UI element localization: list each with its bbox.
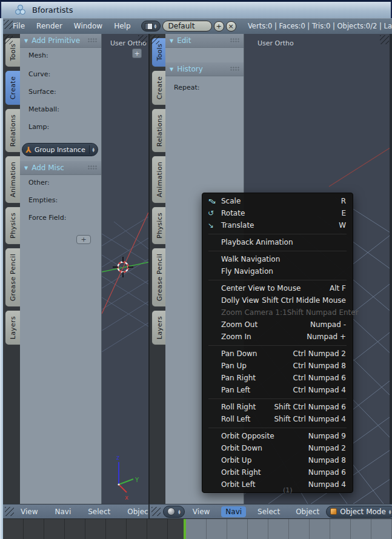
context-menu-item[interactable]: Pan Right Ctrl Numpad 6: [202, 372, 353, 384]
context-menu-item[interactable]: [208, 398, 347, 399]
context-menu-item[interactable]: Pan Up Ctrl Numpad 8: [202, 360, 353, 372]
context-menu-item[interactable]: ↺ Rotate E: [202, 207, 353, 219]
tab-physics[interactable]: Physics: [5, 207, 20, 245]
tab-physics[interactable]: Physics: [151, 207, 167, 245]
area-resize-corner[interactable]: [380, 35, 389, 44]
context-menu-item[interactable]: [208, 280, 347, 280]
tab-layers[interactable]: Layers: [151, 310, 167, 345]
area-resize-corner[interactable]: [5, 507, 14, 516]
area-resize-corner[interactable]: [151, 507, 161, 516]
scale-icon: ↖↘: [208, 197, 221, 205]
object-mode-dropdown[interactable]: Object Mode ▲▼: [326, 506, 392, 518]
context-menu-item[interactable]: Pan Left Ctrl Numpad 4: [202, 384, 353, 396]
group-instance-dropdown[interactable]: ⅄ Group Instance ▲▼: [22, 143, 98, 156]
menu-item-shortcut: Numpad 6: [308, 468, 346, 477]
menu-item[interactable]: Render: [35, 21, 64, 31]
tab-label: Grease Pencil: [156, 254, 164, 301]
menu-item[interactable]: File: [11, 21, 27, 31]
shelf-section: Metaball:: [20, 102, 101, 119]
tab-create[interactable]: Create: [5, 70, 20, 105]
properties-region-expand-button[interactable]: +: [132, 48, 142, 58]
panel-grip-icon[interactable]: [88, 38, 97, 43]
3d-viewport-left[interactable]: z Y x User Ortho +: [102, 34, 148, 504]
panel-collapse-icon[interactable]: ▼: [170, 38, 173, 44]
tab-layers[interactable]: Layers: [5, 310, 20, 345]
delete-layout-button[interactable]: ×: [226, 21, 236, 31]
context-menu-item[interactable]: Walk Navigation: [202, 253, 353, 265]
tab-relations[interactable]: Relations: [5, 108, 20, 153]
history-section: Repeat:: [165, 76, 244, 96]
panel-collapse-icon[interactable]: ▼: [170, 67, 173, 72]
area-resize-corner[interactable]: [150, 35, 159, 44]
context-menu-item[interactable]: Zoom In Numpad +: [202, 331, 353, 343]
context-menu-item[interactable]: Orbit Opposite Numpad 9: [202, 430, 353, 442]
header-menu[interactable]: Navi: [50, 506, 75, 517]
header-menu[interactable]: View: [16, 506, 42, 517]
header-menu[interactable]: Object: [123, 506, 148, 517]
panel-header-add-primitive[interactable]: ▼ Add Primitive: [20, 34, 101, 48]
tab-animation[interactable]: Animation: [151, 156, 167, 203]
panel-header-edit[interactable]: ▼ Edit: [165, 34, 244, 48]
panel-grip-icon[interactable]: [230, 38, 239, 43]
context-menu-item[interactable]: Orbit Up Numpad 8: [202, 454, 353, 466]
context-menu-item[interactable]: Playback Animation: [202, 236, 353, 248]
menu-item-shortcut: Shift Ctrl Middle Mouse: [262, 296, 346, 305]
header-menu[interactable]: Select: [84, 506, 115, 517]
panel-collapse-icon[interactable]: ▼: [24, 165, 28, 171]
panel-grip-icon[interactable]: [88, 165, 97, 170]
tab-relations[interactable]: Relations: [151, 108, 167, 153]
menu-item-label: Zoom Camera 1:1: [221, 308, 287, 317]
add-layout-button[interactable]: +: [214, 21, 224, 31]
context-menu-item[interactable]: Zoom Camera 1:1 Shift Numpad Enter: [202, 306, 353, 319]
bforartists-logo-icon: [15, 4, 26, 16]
context-menu-item[interactable]: Orbit Down Numpad 2: [202, 442, 353, 454]
context-menu-item[interactable]: Center View to Mouse Alt F: [202, 282, 353, 294]
screen-layout-selector[interactable]: ▲▼: [141, 21, 161, 31]
tab-label: Tools: [9, 44, 17, 61]
header-menu[interactable]: Navi: [221, 506, 246, 517]
context-menu-item[interactable]: [208, 428, 347, 428]
panel-collapse-icon[interactable]: ▼: [24, 38, 28, 44]
timeline-current-frame-marker[interactable]: [184, 519, 186, 539]
tab-animation[interactable]: Animation: [5, 156, 20, 203]
tab-create[interactable]: Create: [151, 70, 167, 105]
context-menu-item[interactable]: Pan Down Ctrl Numpad 2: [202, 348, 353, 360]
context-menu-item[interactable]: Orbit Right Numpad 6: [202, 466, 353, 478]
context-menu-item[interactable]: [208, 251, 347, 251]
panel-header-history[interactable]: ▼ History: [165, 62, 244, 76]
context-menu-item[interactable]: Roll Right Shift Ctrl Numpad 6: [202, 401, 353, 413]
spinner-down-icon: ▼: [92, 150, 95, 152]
header-menu[interactable]: View: [188, 506, 214, 517]
area-resize-corner[interactable]: [4, 35, 13, 44]
new-shelf-tab-button[interactable]: +: [76, 235, 91, 244]
editor-type-selector[interactable]: ▲▼: [163, 506, 185, 518]
timeline[interactable]: [3, 518, 392, 539]
timeline-frame-range[interactable]: [186, 519, 392, 539]
layout-name-field[interactable]: Default: [162, 21, 212, 31]
menu-item-label: Translate: [221, 221, 339, 230]
tab-grease-pencil[interactable]: Grease Pencil: [5, 248, 20, 307]
context-menu-item[interactable]: Zoom Out Numpad -: [202, 319, 353, 331]
timeline-out-of-range[interactable]: [3, 519, 184, 539]
spinner-down-icon: ▼: [178, 512, 181, 514]
context-menu-item[interactable]: [208, 234, 347, 234]
header-menu[interactable]: Select: [253, 506, 284, 517]
panel-grip-icon[interactable]: [230, 67, 239, 71]
menu-item[interactable]: Window: [72, 21, 104, 31]
shelf-section: Lamp:: [20, 119, 101, 137]
context-menu-item[interactable]: Fly Navigation: [202, 265, 353, 277]
header-menu[interactable]: Object: [291, 506, 324, 517]
context-menu-item[interactable]: ↖↘ Scale R: [202, 195, 353, 207]
tab-grease-pencil[interactable]: Grease Pencil: [151, 248, 167, 307]
area-resize-corner[interactable]: [4, 20, 13, 29]
panel-header-add-misc[interactable]: ▼ Add Misc: [20, 161, 101, 175]
context-menu-item[interactable]: ↘ Translate W: [202, 219, 353, 231]
context-menu-item[interactable]: Dolly View Shift Ctrl Middle Mouse: [202, 294, 353, 306]
area-resize-corner[interactable]: [138, 35, 147, 44]
context-menu-item[interactable]: Roll Left Shift Ctrl Numpad 4: [202, 413, 353, 425]
main-menu-bar: FileRenderWindowHelp ▲▼ Default + × Vert…: [0, 18, 392, 34]
context-menu-item[interactable]: [208, 345, 347, 346]
title-bar[interactable]: Bforartists: [0, 0, 392, 18]
menu-item[interactable]: Help: [112, 21, 132, 31]
context-menu-item[interactable]: Orbit Left Numpad 4: [202, 478, 353, 491]
